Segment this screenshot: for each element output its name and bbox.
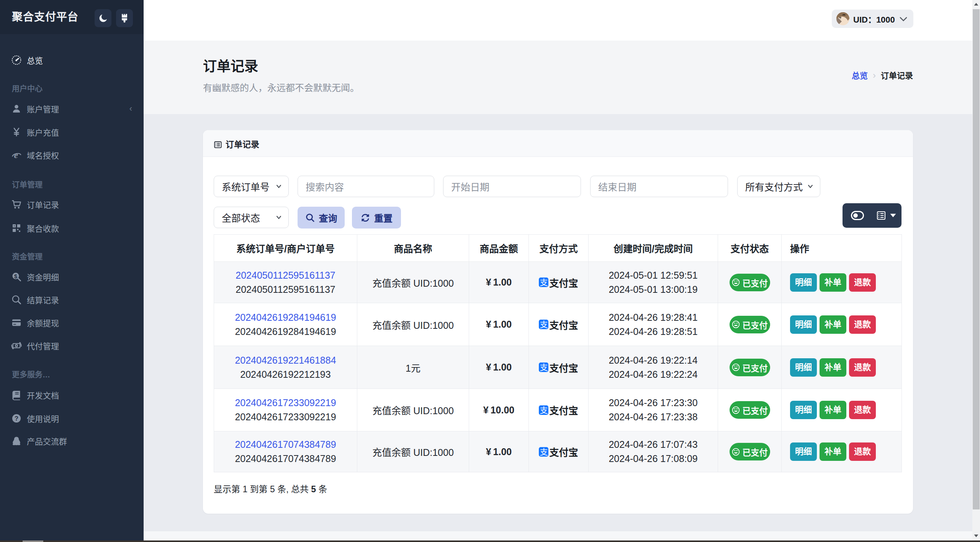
svg-text:?: ? bbox=[15, 415, 18, 421]
svg-text:e: e bbox=[14, 150, 18, 160]
svg-text:$: $ bbox=[14, 273, 18, 279]
